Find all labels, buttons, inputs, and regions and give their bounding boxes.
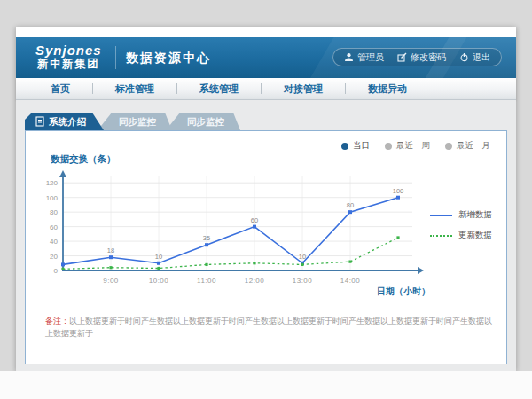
radio-dot-icon	[445, 143, 452, 150]
data-point	[61, 262, 65, 266]
radio-dot-icon	[385, 143, 392, 150]
y-axis-title: 数据交换（条）	[51, 153, 116, 166]
x-axis-title: 日期（小时）	[377, 286, 430, 296]
chart-legend: 新增数据更新数据	[430, 209, 492, 241]
y-axis-arrow-icon	[59, 170, 66, 177]
user-menu-item-1[interactable]: 修改密码	[397, 51, 446, 64]
legend-label: 更新数据	[458, 230, 492, 241]
page-bottom-margin	[0, 371, 532, 399]
data-point	[157, 262, 160, 265]
nav-item-1[interactable]: 标准管理	[93, 78, 176, 99]
user-menu-label: 退出	[473, 51, 490, 64]
data-point	[109, 266, 112, 269]
data-point	[205, 263, 207, 266]
app-header: Synjones 新中新集团 数据资源中心 管理员修改密码退出	[16, 37, 516, 78]
data-point-label: 80	[347, 201, 354, 209]
data-point	[157, 267, 160, 270]
logo-text-en: Synjones	[35, 43, 102, 58]
user-menu-label: 管理员	[357, 51, 384, 64]
y-tick-label: 40	[50, 238, 58, 246]
legend-line-sample	[430, 215, 452, 216]
data-point-label: 10	[299, 253, 306, 261]
edit-icon	[397, 52, 407, 62]
main-nav: 首页标准管理系统管理对接管理数据异动	[16, 78, 516, 100]
radio-label: 当日	[353, 140, 370, 152]
nav-item-4[interactable]: 数据异动	[346, 78, 429, 99]
data-point-label: 18	[107, 246, 114, 254]
power-icon	[459, 52, 469, 62]
document-icon	[35, 116, 44, 127]
footnote: 备注：以上数据更新于时间产生数据以上数据更新于时间产生数据以上数据更新于时间产生…	[45, 316, 492, 340]
filter-radio-2[interactable]: 最近一月	[445, 140, 490, 152]
y-tick-label: 20	[50, 253, 58, 261]
data-point	[205, 243, 208, 246]
filter-radio-1[interactable]: 最近一周	[385, 140, 430, 152]
data-point-label: 35	[203, 234, 210, 242]
line-chart: 0204060801001209:0010:0011:0012:0013:001…	[31, 167, 457, 301]
x-axis-arrow-icon	[418, 267, 424, 274]
page-title: 数据资源中心	[126, 51, 211, 66]
y-tick-label: 0	[54, 267, 59, 275]
user-icon	[344, 52, 354, 62]
data-point	[396, 236, 399, 239]
y-tick-label: 60	[50, 223, 58, 231]
nav-item-3[interactable]: 对接管理	[262, 78, 345, 99]
nav-item-2[interactable]: 系统管理	[177, 78, 261, 99]
data-point	[109, 255, 113, 259]
tab-label: 同步监控	[119, 116, 156, 127]
time-range-filter: 当日最近一周最近一月	[341, 140, 490, 152]
data-point	[253, 225, 256, 229]
legend-line-sample	[430, 235, 452, 237]
x-tick-label: 13:00	[293, 277, 313, 285]
x-tick-label: 9:00	[103, 277, 119, 285]
user-menu-label: 修改密码	[411, 51, 446, 64]
radio-label: 最近一周	[396, 140, 430, 152]
footnote-label: 备注：	[45, 317, 69, 325]
data-point-label: 10	[155, 253, 162, 261]
tab-0[interactable]: 系统介绍	[25, 113, 104, 130]
data-point	[348, 261, 351, 263]
legend-item-1: 更新数据	[430, 230, 492, 241]
y-tick-label: 100	[46, 194, 59, 202]
y-tick-label: 80	[50, 208, 58, 216]
user-menu: 管理员修改密码退出	[332, 48, 502, 66]
tab-2[interactable]: 同步监控	[166, 113, 240, 130]
tab-label: 系统介绍	[49, 113, 86, 130]
tab-1[interactable]: 同步监控	[98, 113, 172, 130]
tab-label: 同步监控	[187, 116, 224, 127]
data-point	[396, 196, 400, 200]
legend-label: 新增数据	[458, 209, 492, 221]
footnote-text: 以上数据更新于时间产生数据以上数据更新于时间产生数据以上数据更新于时间产生数据以…	[45, 317, 492, 338]
x-tick-label: 14:00	[340, 277, 361, 285]
x-tick-label: 11:00	[197, 277, 216, 285]
logo-text-cn: 新中新集团	[35, 58, 102, 71]
data-point	[301, 263, 303, 266]
chart-panel: 当日最近一周最近一月 数据交换（条） 0204060801001209:0010…	[25, 130, 507, 364]
radio-dot-icon	[341, 143, 348, 150]
user-menu-item-2[interactable]: 退出	[459, 51, 490, 64]
data-point-label: 100	[393, 187, 404, 195]
legend-item-0: 新增数据	[430, 209, 492, 221]
data-point	[253, 262, 255, 264]
nav-item-0[interactable]: 首页	[28, 78, 92, 99]
tab-bar: 系统介绍同步监控同步监控	[25, 113, 240, 130]
company-logo: Synjones 新中新集团	[35, 43, 102, 71]
y-tick-label: 120	[46, 179, 59, 187]
filter-radio-0[interactable]: 当日	[341, 140, 370, 152]
header-divider	[115, 46, 116, 69]
radio-label: 最近一月	[457, 140, 490, 152]
user-menu-item-0[interactable]: 管理员	[344, 51, 384, 64]
x-tick-label: 12:00	[245, 277, 265, 285]
data-point-label: 60	[251, 216, 258, 224]
data-point	[61, 268, 64, 270]
browser-window: Synjones 新中新集团 数据资源中心 管理员修改密码退出 首页标准管理系统…	[16, 27, 516, 371]
content-area: 系统介绍同步监控同步监控 当日最近一周最近一月 数据交换（条） 02040608…	[16, 100, 516, 371]
data-point	[348, 210, 352, 214]
x-tick-label: 10:00	[149, 277, 169, 285]
